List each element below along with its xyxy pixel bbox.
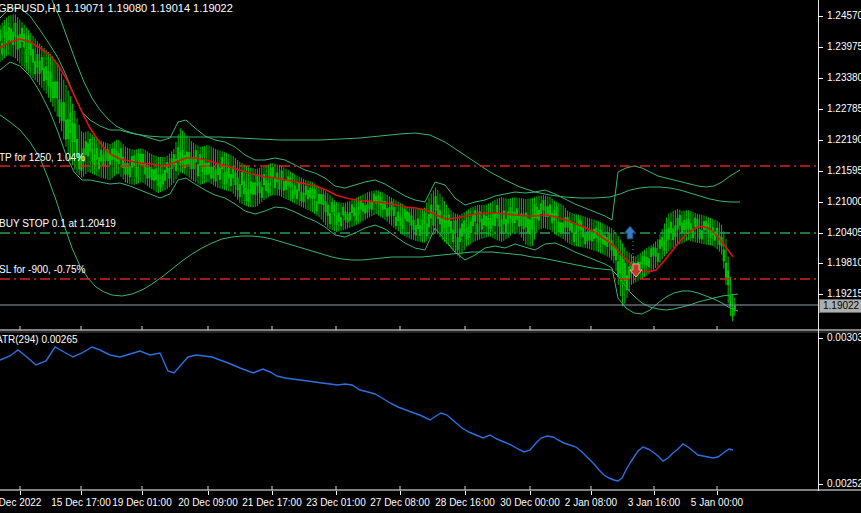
price-tick <box>818 109 823 110</box>
price-tick <box>818 47 823 48</box>
atr-line <box>0 347 733 481</box>
time-tick <box>591 491 592 495</box>
price-tick-label: 1.22190 <box>827 135 861 145</box>
price-tick <box>818 338 823 339</box>
time-tick-label: 15 Dec 17:00 <box>51 497 111 508</box>
time-tick-label: 30 Dec 00:00 <box>500 497 560 508</box>
chart-title: GBPUSD,H1 1.19071 1.19080 1.19014 1.1902… <box>0 3 233 14</box>
time-tick-label: 23 Dec 01:00 <box>306 497 366 508</box>
chart-canvas[interactable] <box>0 0 861 513</box>
candles-layer <box>0 15 735 322</box>
time-tick <box>400 491 401 495</box>
sl-order-label: SL for -900, -0.75% <box>0 264 85 275</box>
time-tick-label: Dec 2022 <box>0 497 41 508</box>
atr-indicator-label: ATR(294) 0.00265 <box>0 334 78 345</box>
time-tick-label: 20 Dec 09:00 <box>178 497 238 508</box>
price-axis-border <box>818 0 819 491</box>
current-price-badge: 1.19022 <box>819 299 861 313</box>
time-tick-label: 21 Dec 17:00 <box>242 497 302 508</box>
time-tick-label: 5 Jan 00:00 <box>691 497 743 508</box>
time-tick <box>654 491 655 495</box>
time-tick <box>465 491 466 495</box>
price-tick-label: 1.19215 <box>827 289 861 299</box>
price-tick-label: 1.20405 <box>827 228 861 238</box>
time-tick <box>81 491 82 495</box>
time-tick <box>717 491 718 495</box>
price-tick-label: 1.22785 <box>827 104 861 114</box>
time-tick-label: 3 Jan 16:00 <box>628 497 680 508</box>
time-tick <box>336 491 337 495</box>
price-tick <box>818 140 823 141</box>
price-tick-label: 1.19810 <box>827 258 861 268</box>
mt4-chart-window: GBPUSD,H1 1.19071 1.19080 1.19014 1.1902… <box>0 0 861 513</box>
time-tick-label: 28 Dec 16:00 <box>435 497 495 508</box>
price-tick-label: 1.21000 <box>827 197 861 207</box>
price-tick-label: 1.24570 <box>827 11 861 21</box>
buy-stop-order-label: BUY STOP 0.1 at 1.20419 <box>0 218 116 229</box>
time-tick-label: 19 Dec 01:00 <box>112 497 172 508</box>
time-tick-label: 2 Jan 08:00 <box>565 497 617 508</box>
price-tick <box>818 202 823 203</box>
price-tick <box>818 78 823 79</box>
price-tick-label: 1.23380 <box>827 73 861 83</box>
price-tick-label: 0.00252 <box>827 479 861 489</box>
price-tick <box>818 171 823 172</box>
price-tick <box>818 484 823 485</box>
time-tick <box>272 491 273 495</box>
time-tick <box>20 491 21 495</box>
band-fast-upper-line <box>0 8 740 220</box>
time-tick-label: 27 Dec 08:00 <box>370 497 430 508</box>
price-tick <box>818 294 823 295</box>
time-tick <box>142 491 143 495</box>
price-tick-label: 0.00303 <box>827 333 861 343</box>
price-tick <box>818 263 823 264</box>
price-tick-label: 1.23975 <box>827 42 861 52</box>
price-tick <box>818 16 823 17</box>
time-tick <box>208 491 209 495</box>
time-tick <box>530 491 531 495</box>
buy-arrow-icon[interactable] <box>624 226 636 239</box>
tp-order-label: TP for 1250, 1.04% <box>0 152 85 163</box>
price-tick-label: 1.21595 <box>827 166 861 176</box>
price-tick <box>818 233 823 234</box>
